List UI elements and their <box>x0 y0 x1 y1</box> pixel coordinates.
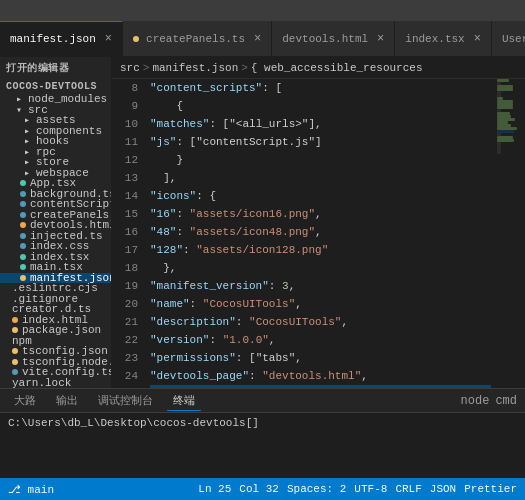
line-number: 13 <box>118 169 138 187</box>
tab-devtools[interactable]: devtools.html× <box>272 21 395 56</box>
terminal-line: C:\Users\db_L\Desktop\cocos-devtools[] <box>8 417 517 429</box>
terminal-tab-大路[interactable]: 大路 <box>8 391 42 410</box>
sidebar-item[interactable]: devtools.html <box>0 220 111 231</box>
sidebar-item[interactable]: ▾src <box>0 105 111 116</box>
code-line: "description": "CocosUITools", <box>150 313 491 331</box>
breadcrumb-part[interactable]: manifest.json <box>152 62 238 74</box>
tab-close-icon[interactable]: × <box>105 32 112 46</box>
sidebar-item-label: rpc <box>36 147 56 158</box>
file-type-dot <box>20 275 26 281</box>
status-item[interactable]: UTF-8 <box>354 483 387 495</box>
folder-icon: ▾ <box>12 105 26 116</box>
line-number: 20 <box>118 295 138 313</box>
status-bar: ⎇ mainLn 25Col 32Spaces: 2UTF-8CRLFJSONP… <box>0 478 525 500</box>
sidebar-item[interactable]: npm <box>0 336 111 347</box>
tab-createPanels[interactable]: createPanels.ts× <box>123 21 272 56</box>
sidebar-item[interactable]: ▸components <box>0 126 111 137</box>
sidebar-item-label: assets <box>36 115 76 126</box>
sidebar-item[interactable]: tsconfig.node.json <box>0 357 111 368</box>
code-area: 8910111213141516171819202122232425262728… <box>112 79 525 388</box>
sidebar-item-label: yarn.lock <box>12 378 71 389</box>
terminal-button-cmd[interactable]: cmd <box>495 394 517 408</box>
code-line: "content_scripts": [ <box>150 79 491 97</box>
sidebar-item-label: hooks <box>36 136 69 147</box>
sidebar-item[interactable]: index.html <box>0 315 111 326</box>
code-line: { <box>150 97 491 115</box>
sidebar-item[interactable]: ▸webspace <box>0 168 111 179</box>
file-type-dot <box>12 327 18 333</box>
status-item[interactable]: Spaces: 2 <box>287 483 346 495</box>
status-item[interactable]: CRLF <box>395 483 421 495</box>
sidebar-item[interactable]: ▸store <box>0 157 111 168</box>
line-number: 11 <box>118 133 138 151</box>
sidebar-item-label: manifest.json <box>30 273 111 284</box>
folder-icon: ▸ <box>20 168 34 179</box>
sidebar-item[interactable]: yarn.lock <box>0 378 111 389</box>
sidebar-item-label: index.tsx <box>30 252 89 263</box>
line-number: 9 <box>118 97 138 115</box>
code-line: "name": "CocosUITools", <box>150 295 491 313</box>
folder-icon: ▸ <box>12 94 26 105</box>
status-branch[interactable]: ⎇ main <box>8 483 54 496</box>
sidebar-item[interactable]: ▸assets <box>0 115 111 126</box>
folder-icon: ▸ <box>20 147 34 158</box>
sidebar-item[interactable]: creator.d.ts <box>0 304 111 315</box>
tab-label: index.tsx <box>405 33 464 45</box>
sidebar-item[interactable]: ▸rpc <box>0 147 111 158</box>
sidebar-item-label: tsconfig.json <box>22 346 108 357</box>
sidebar-item[interactable]: contentScript.ts ● <box>0 199 111 210</box>
status-item[interactable]: JSON <box>430 483 456 495</box>
sidebar-item-label: injected.ts <box>30 231 103 242</box>
status-item[interactable]: Col 32 <box>239 483 279 495</box>
line-number: 17 <box>118 241 138 259</box>
sidebar-section-open-editors: 打开的编辑器 <box>0 57 111 77</box>
tab-close-icon[interactable]: × <box>254 32 261 46</box>
sidebar-item[interactable]: main.tsx <box>0 262 111 273</box>
sidebar-item[interactable]: .eslintrc.cjs <box>0 283 111 294</box>
code-line: "16": "assets/icon16.png", <box>150 205 491 223</box>
tab-userview[interactable]: UserView...× <box>492 21 525 56</box>
sidebar-item-label: node_modules <box>28 94 107 105</box>
file-type-dot <box>20 254 26 260</box>
folder-icon: ▸ <box>20 157 34 168</box>
sidebar-item-label: .gitignore <box>12 294 78 305</box>
sidebar-item[interactable]: ▸node_modules <box>0 94 111 105</box>
sidebar-item[interactable]: manifest.json <box>0 273 111 284</box>
sidebar-item[interactable]: createPanels.ts ● <box>0 210 111 221</box>
terminal-tab-终端[interactable]: 终端 <box>167 391 201 411</box>
line-number: 15 <box>118 205 138 223</box>
breadcrumb-separator: > <box>241 62 248 74</box>
minimap <box>495 79 525 388</box>
sidebar-item[interactable]: ▸hooks <box>0 136 111 147</box>
line-number: 14 <box>118 187 138 205</box>
sidebar-item[interactable]: App.tsx <box>0 178 111 189</box>
code-line: "permissions": ["tabs", <box>150 349 491 367</box>
sidebar-item[interactable]: tsconfig.json <box>0 346 111 357</box>
terminal-tab-输出[interactable]: 输出 <box>50 391 84 410</box>
tab-close-icon[interactable]: × <box>474 32 481 46</box>
code-content[interactable]: "content_scripts": [ { "matches": ["<all… <box>146 79 495 388</box>
terminal-button-node[interactable]: node <box>461 394 490 408</box>
status-bar-right: Ln 25Col 32Spaces: 2UTF-8CRLFJSONPrettie… <box>198 483 517 495</box>
sidebar-item[interactable]: injected.ts <box>0 231 111 242</box>
code-line: "matches": ["<all_urls>"], <box>150 115 491 133</box>
sidebar-item[interactable]: package.json <box>0 325 111 336</box>
breadcrumb-part[interactable]: src <box>120 62 140 74</box>
sidebar-item[interactable]: index.tsx <box>0 252 111 263</box>
status-item[interactable]: Ln 25 <box>198 483 231 495</box>
sidebar-section-cocos: COCOS-DEVTOOLS <box>0 77 111 94</box>
sidebar-item[interactable]: vite.config.ts <box>0 367 111 378</box>
tab-manifest[interactable]: manifest.json× <box>0 21 123 56</box>
tab-index-tsx[interactable]: index.tsx× <box>395 21 492 56</box>
breadcrumb-part[interactable]: { web_accessible_resources <box>251 62 423 74</box>
sidebar-item[interactable]: index.css <box>0 241 111 252</box>
status-item[interactable]: Prettier <box>464 483 517 495</box>
sidebar-item[interactable]: background.ts <box>0 189 111 200</box>
sidebar-item-label: main.tsx <box>30 262 83 273</box>
tab-close-icon[interactable]: × <box>377 32 384 46</box>
editor-area: src>manifest.json>{ web_accessible_resou… <box>112 57 525 388</box>
title-bar <box>0 0 525 22</box>
sidebar-item[interactable]: .gitignore <box>0 294 111 305</box>
folder-icon: ▸ <box>20 115 34 126</box>
terminal-tab-调试控制台[interactable]: 调试控制台 <box>92 391 159 410</box>
